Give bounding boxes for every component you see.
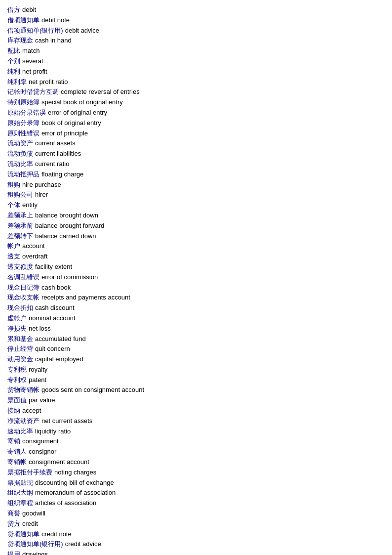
list-item: 现金日记簿cash book <box>7 283 385 293</box>
english-term: entity <box>22 200 38 211</box>
chinese-term: 差额承上 <box>7 211 33 221</box>
chinese-term: 原则性错误 <box>7 128 39 139</box>
list-item: 净损失net loss <box>7 324 385 334</box>
chinese-term: 净流动资产 <box>7 416 39 427</box>
chinese-term: 借方 <box>7 5 20 15</box>
english-term: accept <box>22 406 41 416</box>
list-item: 流动比率current ratio <box>7 159 385 170</box>
english-term: cash in hand <box>35 36 72 46</box>
list-item: 票据贴现discounting bill of exchange <box>7 478 385 488</box>
list-item: 现金收支帐receipts and payments account <box>7 293 385 303</box>
list-item: 现金折扣cash discount <box>7 303 385 313</box>
english-term: current ratio <box>35 159 69 170</box>
english-term: account <box>22 241 45 252</box>
list-item: 流动负债current liabilities <box>7 149 385 159</box>
list-item: 寄销人consignor <box>7 447 385 457</box>
chinese-term: 差额承前 <box>7 221 33 231</box>
chinese-term: 贷项通知单 <box>7 529 39 540</box>
list-item: 原则性错误error of principle <box>7 128 385 139</box>
list-item: 票据拒付手续费noting charges <box>7 468 385 478</box>
english-term: error of original entry <box>48 108 107 118</box>
list-item: 商誉goodwill <box>7 509 385 519</box>
chinese-term: 票据贴现 <box>7 478 33 488</box>
english-term: several <box>22 56 43 67</box>
chinese-term: 现金收支帐 <box>7 293 39 303</box>
list-item: 贷方credit <box>7 519 385 529</box>
list-item: 贷项通知单(银行用)credit advice <box>7 539 385 550</box>
english-term: par value <box>29 395 55 406</box>
english-term: consignment <box>22 436 59 447</box>
chinese-term: 个体 <box>7 200 20 211</box>
list-item: 流动抵押品floating charge <box>7 170 385 180</box>
english-term: royalty <box>29 365 47 375</box>
english-term: net profit <box>22 67 47 77</box>
chinese-term: 差额转下 <box>7 231 33 242</box>
chinese-term: 租购 <box>7 180 20 190</box>
chinese-term: 帐户 <box>7 241 20 252</box>
chinese-term: 借项通知单 <box>7 15 39 26</box>
chinese-term: 组织大纲 <box>7 488 33 498</box>
english-term: error of principle <box>41 128 88 139</box>
chinese-term: 现金折扣 <box>7 303 33 313</box>
chinese-term: 纯利率 <box>7 77 27 87</box>
english-term: debit note <box>41 15 70 26</box>
chinese-term: 贷项通知单(银行用) <box>7 539 63 550</box>
english-term: net loss <box>29 324 51 334</box>
english-term: memorandum of association <box>35 488 116 498</box>
english-term: discounting bill of exchange <box>35 478 114 488</box>
list-item: 净流动资产net current assets <box>7 416 385 427</box>
list-item: 提用drawings <box>7 550 385 555</box>
list-item: 累和基金accumulated fund <box>7 334 385 344</box>
english-term: cash book <box>41 283 71 293</box>
english-term: receipts and payments account <box>41 293 130 303</box>
chinese-term: 专利权 <box>7 375 27 385</box>
chinese-term: 接纳 <box>7 406 20 416</box>
english-term: net current assets <box>41 416 92 427</box>
list-item: 原始分录错误error of original entry <box>7 108 385 118</box>
english-term: quit concern <box>35 344 70 354</box>
chinese-term: 专利税 <box>7 365 27 375</box>
chinese-term: 提用 <box>7 550 20 555</box>
list-item: 租购hire purchase <box>7 180 385 190</box>
chinese-term: 组织章程 <box>7 498 33 509</box>
list-item: 透支额度facility extent <box>7 262 385 272</box>
english-term: error of commission <box>41 272 98 283</box>
list-item: 专利税royalty <box>7 365 385 375</box>
english-term: book of original entry <box>41 118 101 128</box>
chinese-term: 累和基金 <box>7 334 33 344</box>
list-item: 透支overdraft <box>7 252 385 262</box>
list-item: 个别several <box>7 56 385 67</box>
list-item: 寄销帐consignment account <box>7 457 385 468</box>
chinese-term: 透支 <box>7 252 20 262</box>
chinese-term: 净损失 <box>7 324 27 334</box>
chinese-term: 贷方 <box>7 519 20 529</box>
english-term: net profit ratio <box>29 77 68 87</box>
chinese-term: 原始分录错误 <box>7 108 46 118</box>
chinese-term: 商誉 <box>7 509 20 519</box>
list-item: 组织章程articles of association <box>7 498 385 509</box>
chinese-term: 租购公司 <box>7 190 33 200</box>
chinese-term: 速动比率 <box>7 427 33 437</box>
english-term: credit advice <box>65 539 101 550</box>
english-term: patent <box>29 375 46 385</box>
list-item: 贷项通知单credit note <box>7 529 385 540</box>
chinese-term: 原始分录簿 <box>7 118 39 128</box>
list-item: 接纳accept <box>7 406 385 416</box>
chinese-term: 流动资产 <box>7 138 33 149</box>
list-item: 库存现金cash in hand <box>7 36 385 46</box>
list-item: 虚帐户nominal account <box>7 313 385 324</box>
english-term: consignment account <box>29 457 89 468</box>
list-item: 记帐时借贷方互调complete reversal of entries <box>7 87 385 97</box>
list-item: 差额承前balance brought forward <box>7 221 385 231</box>
list-item: 纯利率net profit ratio <box>7 77 385 87</box>
english-term: liquidity ratio <box>35 427 71 437</box>
list-item: 差额承上balance brought down <box>7 211 385 221</box>
chinese-term: 名调乱错误 <box>7 272 39 283</box>
list-item: 帐户account <box>7 241 385 252</box>
list-item: 流动资产current assets <box>7 138 385 149</box>
list-item: 租购公司hirer <box>7 190 385 200</box>
english-term: credit note <box>41 529 72 540</box>
list-item: 专利权patent <box>7 375 385 385</box>
chinese-term: 记帐时借贷方互调 <box>7 87 59 97</box>
list-item: 特别原始簿special book of original entry <box>7 97 385 108</box>
